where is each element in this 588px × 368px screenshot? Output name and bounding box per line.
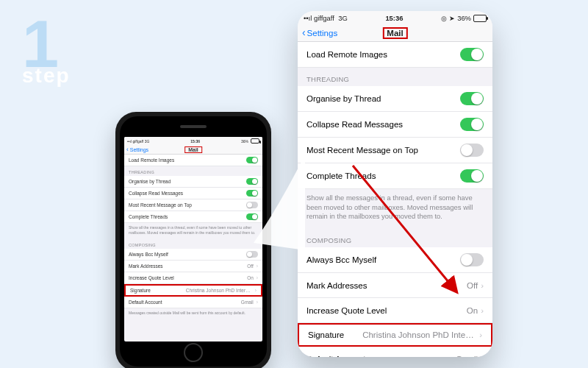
chevron-left-icon: ‹ <box>126 146 129 152</box>
row-collapse[interactable]: Collapse Read Messages <box>124 188 262 199</box>
row-label: Complete Threads <box>306 171 376 180</box>
row-complete[interactable]: Complete Threads <box>298 163 492 189</box>
step-word: step <box>22 64 71 88</box>
section-composing: COMPOSING <box>124 239 262 249</box>
row-signature[interactable]: SignatureChristina Johnson PhD Internati… <box>124 284 262 297</box>
chevron-left-icon: ‹ <box>302 28 306 38</box>
row-value: Christina Johnson PhD Internation… <box>362 330 476 339</box>
back-button[interactable]: ‹ Settings <box>302 28 337 38</box>
row-load-remote[interactable]: Load Remote Images <box>298 42 492 68</box>
row-default-account[interactable]: Default Account Gmail› <box>298 347 492 357</box>
toggle[interactable] <box>246 157 258 163</box>
chevron-right-icon: › <box>255 288 257 293</box>
row-mark-addresses[interactable]: Mark Addresses Off› <box>298 273 492 298</box>
status-left: ••ıl giffgaff 3G <box>304 14 348 22</box>
toggle-complete[interactable] <box>460 169 484 183</box>
row-load-remote[interactable]: Load Remote Images <box>124 155 262 166</box>
row-label: Mark Addresses <box>306 281 367 290</box>
toggle[interactable] <box>246 213 258 220</box>
toggle-load-remote[interactable] <box>460 48 484 61</box>
phone-mockup-small: ••ıl giffgaff 3G 15:36 36% ‹Settings Mai… <box>115 112 271 368</box>
location-icon: ➤ <box>449 14 455 22</box>
nav-bar: ‹Settings Mail <box>124 145 262 155</box>
status-bar: ••ıl giffgaff 3G 15:36 36% <box>124 137 262 145</box>
section-threading: THREADING <box>124 166 262 176</box>
compass-icon: ◎ <box>441 14 447 22</box>
home-button[interactable] <box>184 343 203 362</box>
nav-title: Mail <box>382 27 407 39</box>
row-default-account[interactable]: Default AccountGmail› <box>124 297 262 308</box>
chevron-right-icon: › <box>479 330 482 339</box>
chevron-right-icon: › <box>257 263 258 269</box>
chevron-right-icon: › <box>257 275 258 280</box>
chevron-right-icon: › <box>481 306 484 315</box>
toggle-organise[interactable] <box>460 92 484 105</box>
toggle[interactable] <box>246 190 258 197</box>
row-organise[interactable]: Organise by Thread <box>124 176 262 188</box>
battery-icon <box>473 15 487 22</box>
row-signature[interactable]: Signature Christina Johnson PhD Internat… <box>298 323 492 347</box>
toggle[interactable] <box>246 178 258 185</box>
row-bcc[interactable]: Always Bcc Myself <box>124 249 262 261</box>
back-label: Settings <box>307 29 338 38</box>
screen-large: ••ıl giffgaff 3G 15:36 ◎ ➤ 36% ‹ Setting… <box>298 11 492 357</box>
chevron-right-icon: › <box>257 300 258 305</box>
row-label: Organise by Thread <box>306 94 381 103</box>
toggle[interactable] <box>246 202 258 208</box>
row-most-recent[interactable]: Most Recent Message on Top <box>298 138 492 163</box>
toggle-bcc[interactable] <box>460 253 484 266</box>
status-bar: ••ıl giffgaff 3G 15:36 ◎ ➤ 36% <box>298 11 492 25</box>
toggle-collapse[interactable] <box>460 118 484 131</box>
toggle[interactable] <box>246 251 258 258</box>
row-label: Collapse Read Messages <box>306 120 403 129</box>
speaker <box>180 125 207 128</box>
nav-bar: ‹ Settings Mail <box>298 25 492 42</box>
chevron-right-icon: › <box>481 355 484 358</box>
row-label: Load Remote Images <box>306 50 387 59</box>
screen-small: ••ıl giffgaff 3G 15:36 36% ‹Settings Mai… <box>124 137 262 342</box>
chevron-right-icon: › <box>481 281 484 290</box>
row-mark-addresses[interactable]: Mark AddressesOff› <box>124 261 262 272</box>
row-value: Off <box>467 281 478 290</box>
back-button[interactable]: ‹Settings <box>126 146 148 152</box>
row-value: On <box>467 306 478 315</box>
row-label: Most Recent Message on Top <box>306 146 418 155</box>
toggle-most-recent[interactable] <box>460 144 484 157</box>
row-collapse[interactable]: Collapse Read Messages <box>298 112 492 138</box>
nav-title: Mail <box>184 146 202 153</box>
threading-footnote: Show all the messages in a thread, even … <box>298 189 492 229</box>
row-bcc[interactable]: Always Bcc Myself <box>298 247 492 273</box>
row-quote-level[interactable]: Increase Quote LevelOn› <box>124 272 262 284</box>
step-badge: 1 step <box>22 11 71 88</box>
row-organise[interactable]: Organise by Thread <box>298 86 492 112</box>
section-threading: THREADING <box>298 68 492 86</box>
row-label: Always Bcc Myself <box>306 255 376 264</box>
default-footnote: Messages created outside Mail will be se… <box>124 308 262 319</box>
threading-footnote: Show all the messages in a thread, even … <box>124 223 262 239</box>
row-most-recent[interactable]: Most Recent Message on Top <box>124 199 262 211</box>
row-quote-level[interactable]: Increase Quote Level On› <box>298 298 492 323</box>
status-right: ◎ ➤ 36% <box>441 14 487 22</box>
row-label: Increase Quote Level <box>306 306 387 315</box>
row-value: Gmail <box>456 355 478 358</box>
row-label: Signature <box>308 330 344 339</box>
row-complete[interactable]: Complete Threads <box>124 211 262 223</box>
row-label: Default Account <box>306 355 366 358</box>
status-time: 15:36 <box>385 14 403 22</box>
section-composing: COMPOSING <box>298 229 492 247</box>
